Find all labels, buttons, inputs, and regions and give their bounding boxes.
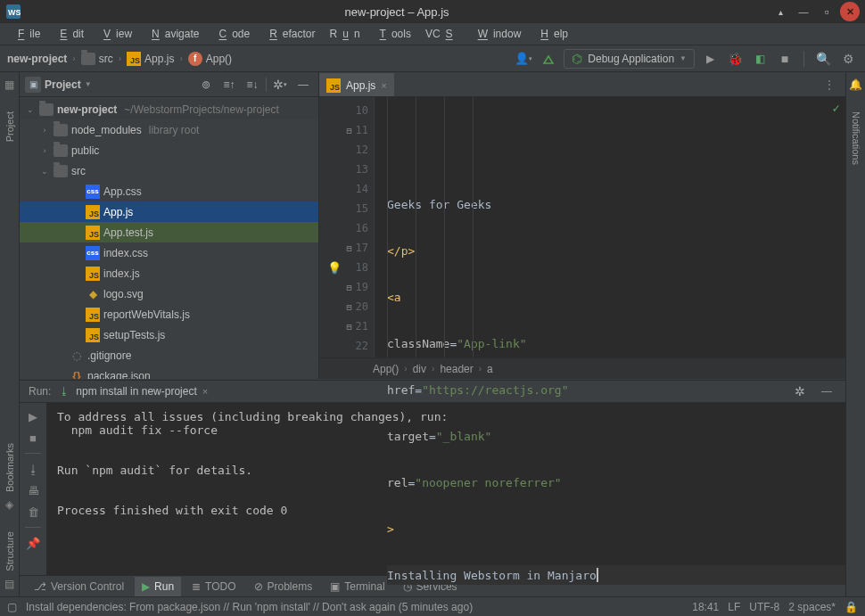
tree-index-css[interactable]: cssindex.css xyxy=(20,242,318,263)
code-editor[interactable]: ✓ Geeks for Geeks </p> <a className="App… xyxy=(375,97,845,357)
code-text: rel xyxy=(387,476,408,489)
tree-label: App.css xyxy=(103,185,142,198)
tree-gitignore[interactable]: ◌.gitignore xyxy=(20,345,318,365)
close-tab-icon[interactable]: × xyxy=(202,386,208,397)
settings-icon[interactable]: ⚙ xyxy=(838,49,858,69)
tree-package-json[interactable]: {}package.json xyxy=(20,365,318,379)
breadcrumb-folder[interactable]: src xyxy=(99,53,113,65)
breadcrumb-project[interactable]: new-project xyxy=(7,53,67,65)
rail-notifications[interactable]: Notifications xyxy=(851,111,861,165)
window-maximize-button[interactable] xyxy=(817,2,836,21)
rail-project[interactable]: Project xyxy=(4,111,15,142)
stop-button[interactable]: ■ xyxy=(775,49,795,69)
tab-version-control[interactable]: ⎇Version Control xyxy=(27,577,131,596)
bt-label: Run xyxy=(154,580,174,593)
todo-icon: ≣ xyxy=(192,580,201,593)
build-icon[interactable] xyxy=(539,49,558,69)
tab-run[interactable]: ▶Run xyxy=(135,577,181,596)
tree-src[interactable]: ⌄ src xyxy=(20,160,318,181)
tree-index-js[interactable]: JSindex.js xyxy=(20,263,318,283)
bookmarks-icon[interactable]: ◈ xyxy=(3,497,17,512)
hide-panel-icon[interactable]: — xyxy=(293,75,313,94)
branch-icon: ⎇ xyxy=(34,580,46,593)
breadcrumb[interactable]: new-project › src › JS App.js › f App() xyxy=(7,52,232,66)
menu-edit[interactable]: Edit xyxy=(49,26,89,42)
window-title: new-project – App.js xyxy=(27,5,767,19)
code-text: "_blank" xyxy=(436,430,492,443)
rerun-icon[interactable]: ▶ xyxy=(23,407,43,426)
rail-bookmarks[interactable]: Bookmarks xyxy=(4,443,15,492)
tab-todo[interactable]: ≣TODO xyxy=(185,577,243,596)
scroll-to-end-icon[interactable]: ⭳ xyxy=(23,459,43,479)
menu-view[interactable]: View xyxy=(93,26,137,42)
menu-run[interactable]: Run xyxy=(325,26,366,42)
tab-terminal[interactable]: ▣Terminal xyxy=(323,577,391,596)
line-number: 15 xyxy=(356,202,368,215)
pin-icon[interactable]: 📌 xyxy=(23,533,43,553)
fold-icon[interactable]: ⊟ xyxy=(343,126,352,136)
tree-app-test[interactable]: JSApp.test.js xyxy=(20,222,318,242)
print-icon[interactable]: 🖶 xyxy=(23,480,43,500)
search-icon[interactable]: 🔍 xyxy=(813,49,833,69)
breadcrumb-symbol[interactable]: App() xyxy=(206,53,232,65)
line-number: 20 xyxy=(356,300,368,313)
tree-node-modules[interactable]: › node_modules library root xyxy=(20,119,318,140)
tree-app-css[interactable]: cssApp.css xyxy=(20,181,318,201)
tree-rwv[interactable]: JSreportWebVitals.js xyxy=(20,304,318,324)
editor-tabs: JS App.js × ⋮ xyxy=(319,72,845,97)
run-config-dropdown[interactable]: ⌬ Debug Application ▼ xyxy=(564,49,695,69)
tree-logo[interactable]: ◆logo.svg xyxy=(20,283,318,304)
window-up-button[interactable] xyxy=(770,2,790,21)
js-file-icon: JS xyxy=(86,308,100,322)
window-close-button[interactable] xyxy=(840,2,860,21)
run-tab[interactable]: ⭳ npm install in new-project × xyxy=(58,385,208,398)
fold-icon[interactable]: ⊟ xyxy=(343,283,352,292)
fold-icon[interactable]: ⊟ xyxy=(343,302,352,312)
menu-tools[interactable]: Tools xyxy=(369,26,416,42)
editor-more-icon[interactable]: ⋮ xyxy=(819,78,840,91)
breadcrumb-file[interactable]: App.js xyxy=(144,53,174,65)
stop-icon[interactable]: ■ xyxy=(23,428,43,448)
status-tool-icon[interactable]: ▢ xyxy=(7,601,17,613)
project-settings-icon[interactable]: ✲▾ xyxy=(270,75,290,94)
menu-help[interactable]: Help xyxy=(530,26,573,42)
menu-navigate[interactable]: Navigate xyxy=(141,26,204,42)
readonly-lock-icon[interactable]: 🔒 xyxy=(844,601,858,613)
inspection-ok-icon[interactable]: ✓ xyxy=(833,101,840,115)
expand-all-icon[interactable]: ≡↑ xyxy=(219,75,239,94)
tree-setup[interactable]: JSsetupTests.js xyxy=(20,324,318,345)
code-text: "App-link" xyxy=(457,337,526,350)
coverage-button[interactable]: ◧ xyxy=(750,49,770,69)
app-icon: WS xyxy=(5,4,21,20)
structure-icon[interactable]: ▤ xyxy=(3,577,17,591)
menu-refactor[interactable]: Refactor xyxy=(259,26,320,42)
fold-icon[interactable]: ⊟ xyxy=(343,243,352,253)
window-minimize-button[interactable] xyxy=(794,2,813,21)
menu-window[interactable]: Window xyxy=(467,26,527,42)
rail-structure[interactable]: Structure xyxy=(4,531,15,571)
tree-root-name: new-project xyxy=(57,103,117,116)
editor-gutter[interactable]: 10 ⊟11 12 13 14 15 16 ⊟17 💡18 ⊟19 ⊟20 ⊟2… xyxy=(319,97,375,357)
clear-icon[interactable]: 🗑 xyxy=(23,502,43,522)
notifications-icon[interactable]: 🔔 xyxy=(849,78,863,92)
tree-public[interactable]: › public xyxy=(20,140,318,160)
close-tab-icon[interactable]: × xyxy=(381,80,386,91)
intention-bulb-icon[interactable]: 💡 xyxy=(327,261,342,275)
tab-problems[interactable]: ⊘Problems xyxy=(247,577,320,596)
tree-root[interactable]: ⌄ new-project ~/WebstormProjects/new-pro… xyxy=(20,99,318,119)
collapse-all-icon[interactable]: ≡↓ xyxy=(243,75,262,94)
bt-label: Version Control xyxy=(51,580,124,593)
gitignore-icon: ◌ xyxy=(70,349,84,363)
tree-app-js[interactable]: JSApp.js xyxy=(20,201,318,222)
project-tree[interactable]: ⌄ new-project ~/WebstormProjects/new-pro… xyxy=(20,97,318,379)
project-tab-icon[interactable]: ▦ xyxy=(3,78,17,92)
menu-vcs[interactable]: VCS xyxy=(420,26,464,42)
menu-code[interactable]: Code xyxy=(208,26,255,42)
editor-tab-appjs[interactable]: JS App.js × xyxy=(319,73,394,96)
menu-file[interactable]: File xyxy=(7,26,45,42)
run-button[interactable]: ▶ xyxy=(700,49,720,69)
debug-button[interactable]: 🐞 xyxy=(725,49,745,69)
select-opened-file-icon[interactable]: ⊚ xyxy=(196,75,216,94)
fold-icon[interactable]: ⊟ xyxy=(343,322,352,332)
user-icon[interactable]: 👤▾ xyxy=(514,49,533,69)
